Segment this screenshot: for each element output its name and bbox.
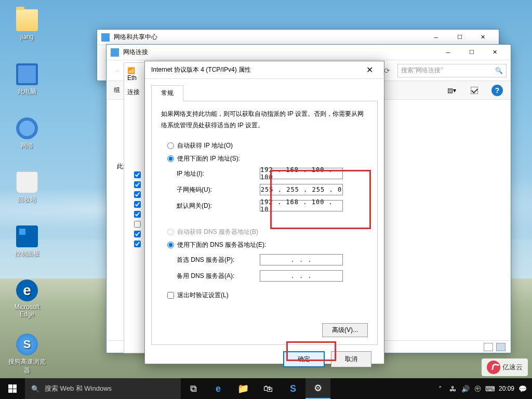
help-button[interactable]: ? [491, 84, 503, 97]
dns1-label: 首选 DNS 服务器(P): [177, 256, 260, 264]
close-button[interactable]: ✕ [471, 30, 495, 45]
radio-manual-ip[interactable] [167, 155, 174, 162]
protocol-checklist [134, 171, 141, 247]
desktop-icon-folder-jiang[interactable]: jiang [7, 9, 47, 41]
minimize-button[interactable]: ─ [436, 45, 460, 60]
watermark-logo-icon [487, 361, 500, 374]
taskbar-edge-icon[interactable]: e [206, 378, 231, 399]
proto-check-2[interactable] [134, 181, 141, 188]
cmd-organize[interactable]: 组 [114, 86, 120, 95]
desktop-icon-edge[interactable]: Microsoft Edge [7, 280, 47, 318]
tray-volume-icon[interactable]: 🔊 [461, 384, 470, 393]
desktop-icon-network[interactable]: 网络 [7, 117, 47, 150]
ip-address-label: IP 地址(I): [177, 169, 260, 178]
desktop-icon-this-pc[interactable]: 此电脑 [7, 63, 47, 96]
cancel-button[interactable]: 取消 [331, 351, 371, 367]
dns1-input[interactable]: . . . [260, 254, 343, 265]
eth-icon: 📶 [127, 67, 135, 74]
gateway-input[interactable]: 192 . 168 . 100 . 10 [260, 200, 343, 211]
tray-network-icon[interactable]: 🖧 [449, 384, 457, 393]
taskbar: 🔍 搜索 Web 和 Windows ⧉ e 📁 🛍 S ⚙ ˄ 🖧 🔊 ㊥ ⌨… [0, 378, 532, 399]
taskbar-search-input[interactable]: 🔍 搜索 Web 和 Windows [25, 378, 181, 399]
taskbar-store-icon[interactable]: 🛍 [256, 378, 281, 399]
start-button[interactable] [0, 378, 25, 399]
dns2-input[interactable]: . . . [260, 270, 343, 282]
tray-ime-icon[interactable]: ㊥ [474, 384, 482, 393]
dns2-label: 备用 DNS 服务器(A): [177, 272, 260, 281]
maximize-button[interactable]: ☐ [448, 30, 471, 45]
advanced-button[interactable]: 高级(V)... [322, 323, 368, 337]
taskbar-clock[interactable]: 20:09 [499, 385, 514, 392]
window-title: 网络和共享中心 [114, 33, 424, 42]
proto-check-1[interactable] [134, 171, 141, 178]
netshare-icon [101, 33, 110, 42]
taskbar-control-panel-icon[interactable]: ⚙ [305, 378, 330, 399]
task-view-button[interactable]: ⧉ [181, 378, 206, 399]
proto-check-4[interactable] [134, 201, 141, 208]
window-title: 网络连接 [123, 48, 436, 57]
view-details-button[interactable] [484, 343, 493, 351]
watermark: 亿速云 [482, 358, 528, 376]
close-button[interactable]: ✕ [483, 45, 507, 60]
minimize-button[interactable]: ─ [424, 30, 448, 45]
taskbar-sogou-icon[interactable]: S [281, 378, 305, 399]
desktop-icon-control-panel[interactable]: 控制面板 [7, 225, 47, 258]
gateway-label: 默认网关(D): [177, 202, 260, 210]
radio-auto-dns [167, 229, 174, 235]
tab-panel: 如果网络支持此功能，则可以获取自动指派的 IP 设置。否则，你需要从网络系统管理… [151, 101, 378, 345]
proto-check-5[interactable] [134, 211, 141, 218]
taskbar-explorer-icon[interactable]: 📁 [231, 378, 256, 399]
proto-check-3[interactable] [134, 191, 141, 198]
ip-address-input[interactable]: 192 . 168 . 100 . 100 [260, 168, 343, 179]
validate-on-exit-checkbox[interactable] [167, 292, 174, 299]
tab-general[interactable]: 常规 [151, 85, 183, 101]
ok-button[interactable]: 确定 [283, 351, 325, 367]
radio-manual-dns[interactable] [167, 242, 174, 248]
proto-check-6[interactable] [134, 221, 141, 228]
radio-auto-ip[interactable] [167, 142, 174, 149]
subnet-mask-label: 子网掩码(U): [177, 185, 260, 194]
nav-back-button[interactable]: ← [111, 63, 125, 78]
proto-check-8[interactable] [134, 241, 141, 247]
view-mode-button[interactable]: ▤▾ [445, 84, 458, 97]
tray-input-icon[interactable]: ⌨ [486, 384, 495, 393]
maximize-button[interactable]: ☐ [460, 45, 483, 60]
netconn-icon [111, 48, 119, 57]
system-tray: ˄ 🖧 🔊 ㊥ ⌨ 20:09 💬 [431, 384, 532, 393]
subnet-mask-input[interactable]: 255 . 255 . 255 . 0 [260, 184, 343, 195]
dialog-title: Internet 协议版本 4 (TCP/IPv4) 属性 [151, 65, 251, 74]
tray-expand-icon[interactable]: ˄ [436, 384, 445, 393]
preview-pane-button[interactable] [468, 84, 481, 97]
search-icon: 🔍 [31, 385, 39, 393]
action-center-icon[interactable]: 💬 [518, 384, 527, 393]
desktop: jiang 此电脑 网络 回收站 控制面板 Microsoft Edge 搜狗高… [0, 0, 532, 399]
view-icons-button[interactable] [496, 343, 506, 351]
dialog-close-button[interactable]: ✕ [361, 63, 378, 77]
search-input[interactable]: 搜索"网络连接" 🔍 [397, 64, 507, 77]
desktop-icon-recycle-bin[interactable]: 回收站 [7, 171, 47, 204]
dialog-description: 如果网络支持此功能，则可以获取自动指派的 IP 设置。否则，你需要从网络系统管理… [161, 109, 368, 131]
desktop-icon-sogou[interactable]: 搜狗高速浏览器 [7, 334, 47, 375]
proto-check-7[interactable] [134, 231, 141, 237]
search-icon: 🔍 [495, 67, 503, 74]
dialog-ipv4-properties: Internet 协议版本 4 (TCP/IPv4) 属性 ✕ 常规 如果网络支… [144, 61, 384, 364]
